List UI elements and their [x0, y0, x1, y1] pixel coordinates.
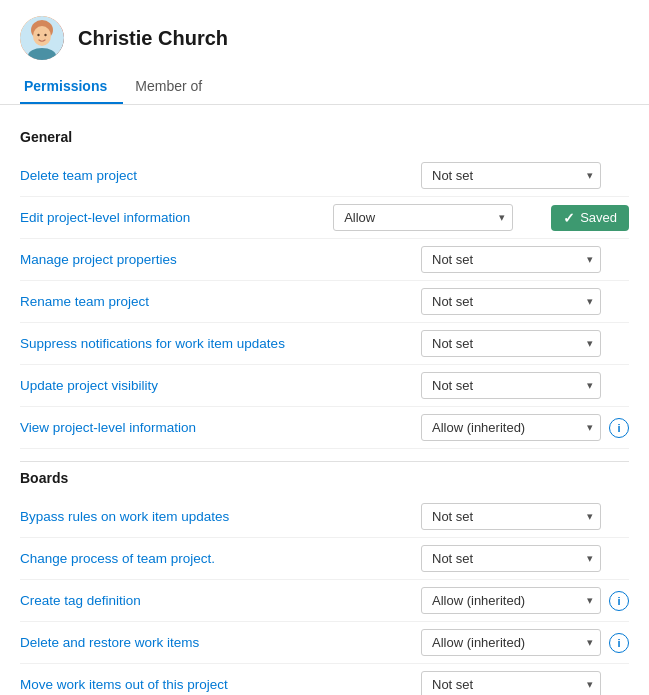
- permission-select-wrapper-move-work-items: Not setAllowDenyAllow (inherited)Deny (i…: [421, 671, 601, 695]
- page-header: Christie Church: [0, 0, 649, 60]
- permission-select-edit-project-info[interactable]: Not setAllowDenyAllow (inherited)Deny (i…: [333, 204, 513, 231]
- info-placeholder: [609, 376, 629, 396]
- permission-row: View project-level informationNot setAll…: [20, 407, 629, 449]
- main-content: GeneralDelete team projectNot setAllowDe…: [0, 105, 649, 695]
- permission-select-rename-team-project[interactable]: Not setAllowDenyAllow (inherited)Deny (i…: [421, 288, 601, 315]
- info-placeholder: [609, 166, 629, 186]
- info-placeholder: [609, 292, 629, 312]
- tabs-bar: Permissions Member of: [0, 60, 649, 105]
- permission-label-edit-project-info[interactable]: Edit project-level information: [20, 210, 333, 225]
- saved-badge: ✓Saved: [551, 205, 629, 231]
- permission-select-wrapper-delete-team-project: Not setAllowDenyAllow (inherited)Deny (i…: [421, 162, 601, 189]
- info-placeholder: [609, 507, 629, 527]
- tab-permissions[interactable]: Permissions: [20, 70, 123, 104]
- permission-label-bypass-rules[interactable]: Bypass rules on work item updates: [20, 509, 421, 524]
- permission-select-update-project-visibility[interactable]: Not setAllowDenyAllow (inherited)Deny (i…: [421, 372, 601, 399]
- info-placeholder: [521, 208, 541, 228]
- permission-label-delete-restore-items[interactable]: Delete and restore work items: [20, 635, 421, 650]
- permission-select-wrapper-delete-restore-items: Not setAllowDenyAllow (inherited)Deny (i…: [421, 629, 601, 656]
- user-name: Christie Church: [78, 27, 228, 50]
- permission-row: Rename team projectNot setAllowDenyAllow…: [20, 281, 629, 323]
- section-title-general: General: [20, 129, 629, 145]
- tab-member-of[interactable]: Member of: [131, 70, 218, 104]
- permission-row: Suppress notifications for work item upd…: [20, 323, 629, 365]
- permission-row: Delete and restore work itemsNot setAllo…: [20, 622, 629, 664]
- permission-row: Delete team projectNot setAllowDenyAllow…: [20, 155, 629, 197]
- svg-point-4: [44, 34, 46, 36]
- avatar: [20, 16, 64, 60]
- info-icon[interactable]: i: [609, 591, 629, 611]
- permission-select-wrapper-rename-team-project: Not setAllowDenyAllow (inherited)Deny (i…: [421, 288, 601, 315]
- info-placeholder: [609, 250, 629, 270]
- check-icon: ✓: [563, 210, 575, 226]
- permission-row: Update project visibilityNot setAllowDen…: [20, 365, 629, 407]
- permission-row: Edit project-level informationNot setAll…: [20, 197, 629, 239]
- info-icon[interactable]: i: [609, 633, 629, 653]
- permission-label-suppress-notifications[interactable]: Suppress notifications for work item upd…: [20, 336, 421, 351]
- permission-select-wrapper-update-project-visibility: Not setAllowDenyAllow (inherited)Deny (i…: [421, 372, 601, 399]
- permission-label-manage-project-props[interactable]: Manage project properties: [20, 252, 421, 267]
- permission-select-wrapper-edit-project-info: Not setAllowDenyAllow (inherited)Deny (i…: [333, 204, 513, 231]
- permission-select-wrapper-view-project-info: Not setAllowDenyAllow (inherited)Deny (i…: [421, 414, 601, 441]
- info-placeholder: [609, 549, 629, 569]
- permission-label-rename-team-project[interactable]: Rename team project: [20, 294, 421, 309]
- permission-label-view-project-info[interactable]: View project-level information: [20, 420, 421, 435]
- permission-row: Manage project propertiesNot setAllowDen…: [20, 239, 629, 281]
- permission-select-manage-project-props[interactable]: Not setAllowDenyAllow (inherited)Deny (i…: [421, 246, 601, 273]
- permission-row: Create tag definitionNot setAllowDenyAll…: [20, 580, 629, 622]
- saved-label: Saved: [580, 210, 617, 225]
- permission-select-wrapper-bypass-rules: Not setAllowDenyAllow (inherited)Deny (i…: [421, 503, 601, 530]
- permission-row: Change process of team project.Not setAl…: [20, 538, 629, 580]
- permission-label-delete-team-project[interactable]: Delete team project: [20, 168, 421, 183]
- permission-select-bypass-rules[interactable]: Not setAllowDenyAllow (inherited)Deny (i…: [421, 503, 601, 530]
- permission-select-create-tag[interactable]: Not setAllowDenyAllow (inherited)Deny (i…: [421, 587, 601, 614]
- svg-point-2: [33, 26, 51, 46]
- permission-select-change-process[interactable]: Not setAllowDenyAllow (inherited)Deny (i…: [421, 545, 601, 572]
- section-divider: [20, 461, 629, 462]
- permission-select-wrapper-manage-project-props: Not setAllowDenyAllow (inherited)Deny (i…: [421, 246, 601, 273]
- permission-select-wrapper-create-tag: Not setAllowDenyAllow (inherited)Deny (i…: [421, 587, 601, 614]
- permission-row: Bypass rules on work item updatesNot set…: [20, 496, 629, 538]
- info-placeholder: [609, 675, 629, 695]
- permission-select-delete-restore-items[interactable]: Not setAllowDenyAllow (inherited)Deny (i…: [421, 629, 601, 656]
- svg-point-3: [37, 34, 39, 36]
- permission-select-delete-team-project[interactable]: Not setAllowDenyAllow (inherited)Deny (i…: [421, 162, 601, 189]
- permission-label-change-process[interactable]: Change process of team project.: [20, 551, 421, 566]
- permission-label-move-work-items[interactable]: Move work items out of this project: [20, 677, 421, 692]
- permission-label-update-project-visibility[interactable]: Update project visibility: [20, 378, 421, 393]
- info-icon[interactable]: i: [609, 418, 629, 438]
- permission-select-wrapper-change-process: Not setAllowDenyAllow (inherited)Deny (i…: [421, 545, 601, 572]
- permission-row: Move work items out of this projectNot s…: [20, 664, 629, 695]
- permission-label-create-tag[interactable]: Create tag definition: [20, 593, 421, 608]
- permission-select-view-project-info[interactable]: Not setAllowDenyAllow (inherited)Deny (i…: [421, 414, 601, 441]
- section-title-boards: Boards: [20, 470, 629, 486]
- permission-select-move-work-items[interactable]: Not setAllowDenyAllow (inherited)Deny (i…: [421, 671, 601, 695]
- info-placeholder: [609, 334, 629, 354]
- permission-select-wrapper-suppress-notifications: Not setAllowDenyAllow (inherited)Deny (i…: [421, 330, 601, 357]
- permission-select-suppress-notifications[interactable]: Not setAllowDenyAllow (inherited)Deny (i…: [421, 330, 601, 357]
